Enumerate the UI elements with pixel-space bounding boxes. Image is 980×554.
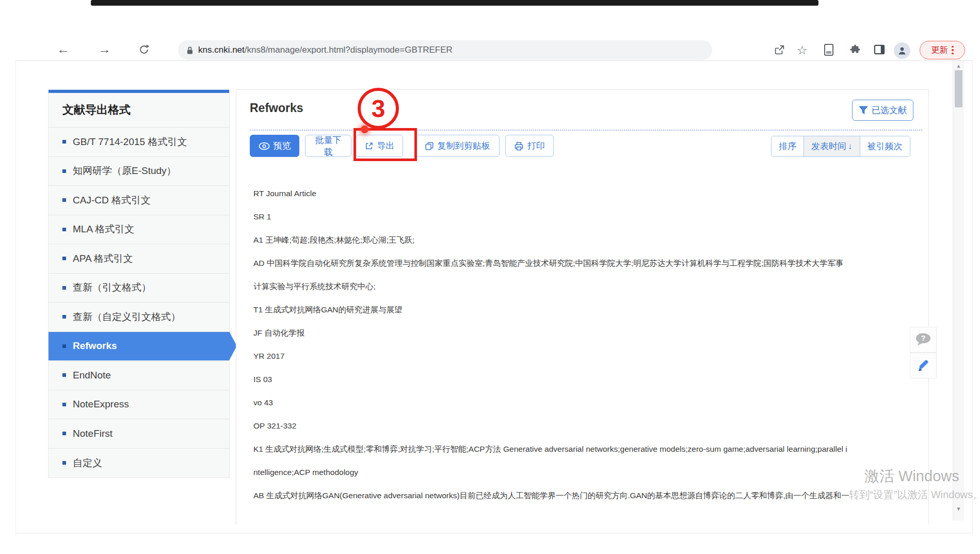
screenshot-root: ← → kns.cnki.net/kns8/manage/export.html… <box>0 0 980 554</box>
forward-button[interactable]: → <box>98 42 111 56</box>
sidebar-item-mla[interactable]: MLA 格式引文 <box>49 215 229 245</box>
batch-download-button[interactable]: 批量下载 <box>305 135 351 157</box>
record-line: ntelligence;ACP methodology <box>253 461 925 484</box>
record-line: AB 生成式对抗网络GAN(Generative adversarial net… <box>253 484 925 507</box>
windows-activation-watermark: 激活 Windows <box>864 466 959 487</box>
sidebar-item-endnote[interactable]: EndNote <box>49 361 229 390</box>
sort-by-cited-button[interactable]: 被引频次 <box>860 136 910 156</box>
sidebar-item-custom[interactable]: 自定义 <box>49 449 229 478</box>
filter-funnel-icon <box>859 106 868 115</box>
back-button[interactable]: ← <box>57 42 70 56</box>
lock-icon <box>186 46 194 55</box>
window-edge-bottom <box>15 533 973 533</box>
bullet-icon <box>62 315 66 319</box>
record-line: YR 2017 <box>253 344 925 368</box>
help-feedback-button[interactable]: ? <box>910 327 937 353</box>
window-edge-left <box>15 60 16 533</box>
url-bar[interactable]: kns.cnki.net/kns8/manage/export.html?dis… <box>178 40 712 60</box>
printer-icon <box>514 141 524 151</box>
sort-button[interactable]: 排序 <box>772 136 804 156</box>
url-host: kns.cnki.net <box>198 45 245 55</box>
sidebar-item-apa[interactable]: APA 格式引文 <box>49 244 229 274</box>
bullet-icon <box>62 403 66 406</box>
browser-toolbar: ← → kns.cnki.net/kns8/manage/export.html… <box>0 31 980 60</box>
sidebar-item-notefirst[interactable]: NoteFirst <box>49 419 229 449</box>
record-line: OP 321-332 <box>253 414 925 437</box>
side-panel-icon[interactable] <box>874 44 885 55</box>
profile-avatar[interactable] <box>894 42 910 59</box>
url-path: /kns8/manage/export.html?displaymode=GBT… <box>245 45 453 55</box>
record-line: A1 王坤峰;苟超;段艳杰;林懿伦;郑心湖;王飞跃; <box>253 228 925 251</box>
record-line: IS 03 <box>253 368 925 391</box>
sidebar-item-gbt7714[interactable]: GB/T 7714-2015 格式引文 <box>49 128 229 157</box>
sidebar-item-cnki-estudy[interactable]: 知网研学（原E-Study） <box>49 157 229 186</box>
question-bubble-icon: ? <box>914 332 932 347</box>
scroll-up-icon[interactable]: ▲ <box>953 63 964 69</box>
record-line: SR 1 <box>253 205 925 228</box>
sort-desc-icon: ↓ <box>848 141 853 152</box>
annotation-pointer-dot <box>361 125 368 133</box>
bullet-icon <box>62 461 66 465</box>
bullet-icon <box>62 169 66 173</box>
record-line: JF 自动化学报 <box>253 321 925 344</box>
record-line: RT Journal Article <box>253 182 925 205</box>
bullet-icon <box>62 344 66 348</box>
scroll-down-icon[interactable]: ▼ <box>953 506 964 512</box>
bullet-icon <box>62 373 66 377</box>
chrome-menu-icon[interactable] <box>952 46 954 55</box>
sidebar-item-noteexpress[interactable]: NoteExpress <box>49 390 229 420</box>
print-button[interactable]: 打印 <box>505 135 554 157</box>
copy-icon <box>425 141 434 151</box>
sidebar-title: 文献导出格式 <box>49 93 229 128</box>
bullet-icon <box>62 432 66 435</box>
window-edge-right <box>972 60 973 533</box>
sort-button-group: 排序 发表时间 ↓ 被引频次 <box>771 136 910 157</box>
bullet-icon <box>62 228 66 231</box>
windows-activation-watermark-sub: 转到“设置”以激活 Windows。 <box>849 488 980 502</box>
record-line: T1 生成式对抗网络GAN的研究进展与展望 <box>253 298 925 321</box>
pencil-icon <box>915 357 931 374</box>
bullet-icon <box>62 286 66 290</box>
sidebar-item-chaxin-custom[interactable]: 查新（自定义引文格式） <box>49 303 229 332</box>
bullet-icon <box>62 257 66 260</box>
dotted-divider <box>250 130 922 131</box>
selected-docs-button[interactable]: 已选文献 <box>852 100 913 121</box>
sidebar-item-refworks[interactable]: Refworks <box>49 332 229 361</box>
sort-by-pubtime-button[interactable]: 发表时间 ↓ <box>804 136 860 156</box>
record-line: vo 43 <box>253 391 925 414</box>
update-label: 更新 <box>931 45 947 56</box>
panel-title: Refworks <box>250 101 303 115</box>
bullet-icon <box>62 140 66 144</box>
annotation-step-number: 3 <box>372 94 385 123</box>
bookmark-star-icon[interactable]: ☆ <box>797 43 808 57</box>
sidebar-item-cajcd[interactable]: CAJ-CD 格式引文 <box>49 186 229 215</box>
preview-button[interactable]: 预览 <box>250 135 299 157</box>
share-icon[interactable] <box>774 44 785 56</box>
bullet-icon <box>62 198 66 202</box>
scrollbar-thumb[interactable] <box>955 70 962 107</box>
record-line: K1 生成式对抗网络;生成式模型;零和博弈;对抗学习;平行智能;ACP方法 Ge… <box>253 437 925 461</box>
export-format-sidebar: 文献导出格式 GB/T 7714-2015 格式引文 知网研学（原E-Study… <box>48 89 230 478</box>
extensions-puzzle-icon[interactable] <box>849 44 861 55</box>
export-preview-panel: Refworks 已选文献 预览 批量下载 <box>236 89 929 525</box>
reload-button[interactable] <box>138 44 150 55</box>
copy-to-clipboard-button[interactable]: 复制到剪贴板 <box>415 135 500 157</box>
record-line: AD 中国科学院自动化研究所复杂系统管理与控制国家重点实验室;青岛智能产业技术研… <box>253 251 925 275</box>
update-button[interactable]: 更新 <box>920 41 965 59</box>
eye-icon <box>259 142 270 150</box>
sidebar-item-chaxin-citation[interactable]: 查新（引文格式） <box>49 274 229 303</box>
toolbar-divider <box>15 60 972 61</box>
svg-text:?: ? <box>921 334 926 342</box>
edit-note-button[interactable] <box>910 353 937 378</box>
page-scrollbar[interactable]: ▲ ▼ <box>953 61 964 520</box>
annotation-step-circle: 3 <box>358 88 399 129</box>
reading-list-icon[interactable] <box>824 44 834 56</box>
record-line: 计算实验与平行系统技术研究中心; <box>253 275 925 298</box>
background-window-bar <box>91 0 818 6</box>
refworks-record-text: RT Journal Article SR 1 A1 王坤峰;苟超;段艳杰;林懿… <box>253 182 925 507</box>
